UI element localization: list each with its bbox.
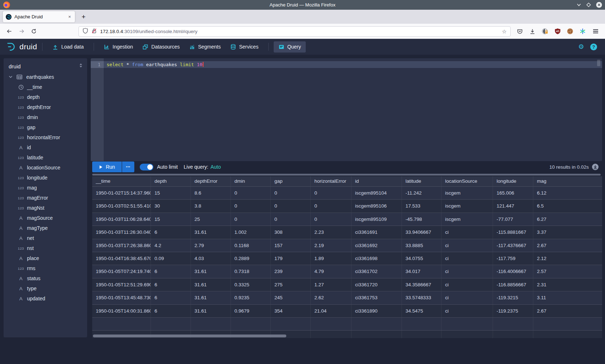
navbar-item-query[interactable]: Query <box>274 41 306 53</box>
double-caret-icon[interactable] <box>79 63 83 69</box>
window-shade-button[interactable] <box>577 3 581 7</box>
tree-column-gap[interactable]: 123gap <box>4 122 87 132</box>
table-cell[interactable]: 15 <box>151 187 191 199</box>
table-cell[interactable]: 0.2889 <box>231 252 271 265</box>
tree-column-updated[interactable]: Aupdated <box>4 294 87 304</box>
table-cell[interactable]: 31.61 <box>191 305 231 317</box>
results-column-header[interactable]: locationSource <box>442 176 493 186</box>
table-cell[interactable]: 1950-01-05T07:24:19.740Z <box>92 265 151 278</box>
table-cell[interactable]: 1950-01-05T14:00:31.860Z <box>92 305 151 317</box>
table-cell[interactable]: 0 <box>311 200 351 212</box>
table-cell[interactable]: 21.04 <box>311 305 351 317</box>
shield-icon[interactable] <box>82 28 88 35</box>
tree-column-place[interactable]: Aplace <box>4 253 87 263</box>
table-cell[interactable]: 308 <box>271 226 311 238</box>
table-cell[interactable]: 2.62 <box>311 291 351 304</box>
browser-tab[interactable]: Apache Druid × <box>3 11 75 22</box>
table-cell[interactable]: 1950-01-03T17:26:38.860Z <box>92 239 151 252</box>
table-cell[interactable]: 157 <box>271 239 311 252</box>
table-cell[interactable]: -119.3215 <box>493 291 533 304</box>
table-cell[interactable]: 6 <box>151 265 191 278</box>
table-cell[interactable]: 33.9406667 <box>402 226 442 238</box>
table-cell[interactable]: iscgem895109 <box>351 213 402 226</box>
table-cell[interactable]: -115.8881667 <box>493 226 533 238</box>
results-column-header[interactable]: mag <box>533 176 602 186</box>
bookmark-star-icon[interactable]: ☆ <box>502 28 507 35</box>
table-cell[interactable]: ci3361692 <box>351 239 402 252</box>
table-cell[interactable]: 1.27 <box>311 278 351 291</box>
table-cell[interactable]: 1950-01-05T12:51:29.690Z <box>92 278 151 291</box>
table-cell[interactable]: 34.3586667 <box>402 278 442 291</box>
tree-column-nst[interactable]: 123nst <box>4 243 87 253</box>
table-cell[interactable]: 34.5475 <box>402 305 442 317</box>
table-cell[interactable]: 33.8885 <box>402 239 442 252</box>
table-cell[interactable]: 0.9679 <box>231 305 271 317</box>
table-cell[interactable]: ci <box>442 226 493 238</box>
table-cell[interactable]: ci <box>442 265 493 278</box>
table-cell[interactable]: -117.4376667 <box>493 239 533 252</box>
forward-icon[interactable] <box>17 26 27 36</box>
results-column-header[interactable]: __time <box>92 176 151 186</box>
menu-icon[interactable] <box>591 27 600 36</box>
table-cell[interactable]: 0 <box>311 187 351 199</box>
table-cell[interactable]: 179 <box>271 252 311 265</box>
url-bar[interactable]: 172.18.0.4:30109/unified-console.html#qu… <box>79 26 511 37</box>
table-cell[interactable]: -117.759 <box>493 252 533 265</box>
table-cell[interactable]: 4.79 <box>311 265 351 278</box>
tree-column-magSource[interactable]: AmagSource <box>4 213 87 223</box>
navbar-item-ingestion[interactable]: Ingestion <box>99 41 138 53</box>
table-cell[interactable]: 31.61 <box>191 226 231 238</box>
table-cell[interactable]: 121.447 <box>493 200 533 212</box>
table-cell[interactable]: 6.27 <box>533 213 602 226</box>
navbar-item-load-data[interactable]: Load data <box>48 41 88 53</box>
table-cell[interactable]: 2.79 <box>191 239 231 252</box>
table-cell[interactable]: 0.09 <box>151 252 191 265</box>
table-cell[interactable]: 0 <box>271 200 311 212</box>
table-cell[interactable]: -11.242 <box>402 187 442 199</box>
table-cell[interactable]: ci3361753 <box>351 291 402 304</box>
table-cell[interactable]: 0.7318 <box>231 265 271 278</box>
table-cell[interactable]: 31.61 <box>191 265 231 278</box>
reload-icon[interactable] <box>29 26 39 36</box>
table-cell[interactable]: 8.6 <box>191 187 231 199</box>
run-button[interactable]: Run <box>92 161 122 172</box>
table-cell[interactable]: 2.31 <box>533 278 602 291</box>
table-cell[interactable]: 6 <box>151 226 191 238</box>
table-cell[interactable]: 3.11 <box>533 291 602 304</box>
results-column-header[interactable]: longitude <box>493 176 533 186</box>
tree-column-magError[interactable]: 123magError <box>4 193 87 203</box>
table-cell[interactable]: 31.61 <box>191 278 231 291</box>
download-results-icon[interactable] <box>592 164 599 170</box>
help-icon[interactable]: ? <box>590 44 597 50</box>
table-cell[interactable]: 6.5 <box>533 200 602 212</box>
table-cell[interactable]: ci3361720 <box>351 278 402 291</box>
table-cell[interactable]: -119.2375 <box>493 305 533 317</box>
table-cell[interactable]: 165.006 <box>493 187 533 199</box>
cookie-icon[interactable] <box>565 27 575 36</box>
table-cell[interactable]: 15 <box>151 213 191 226</box>
window-maximize-button[interactable] <box>586 3 591 7</box>
table-cell[interactable]: 2.12 <box>533 252 602 265</box>
table-cell[interactable]: 4.2 <box>151 239 191 252</box>
druid-logo-icon[interactable]: druid <box>6 42 37 52</box>
table-cell[interactable]: 6 <box>151 305 191 317</box>
table-cell[interactable]: 0 <box>271 187 311 199</box>
panel-resize-handle[interactable] <box>92 174 601 176</box>
results-column-header[interactable]: depth <box>151 176 191 186</box>
horizontal-scrollbar-thumb[interactable] <box>93 335 286 337</box>
results-column-header[interactable]: depthError <box>191 176 231 186</box>
table-cell[interactable]: 0 <box>271 213 311 226</box>
results-column-header[interactable]: gap <box>271 176 311 186</box>
table-cell[interactable]: iscgem <box>442 213 493 226</box>
table-cell[interactable]: 0 <box>231 200 271 212</box>
tree-column-status[interactable]: Astatus <box>4 273 87 283</box>
table-cell[interactable]: 3.37 <box>533 226 602 238</box>
table-cell[interactable]: -116.8856667 <box>493 278 533 291</box>
table-cell[interactable]: -77.077 <box>493 213 533 226</box>
tree-column-mag[interactable]: 123mag <box>4 183 87 193</box>
tree-column-depth[interactable]: 123depth <box>4 92 87 102</box>
table-cell[interactable]: -116.4006667 <box>493 265 533 278</box>
back-icon[interactable] <box>4 26 14 36</box>
pocket-icon[interactable] <box>515 27 524 36</box>
table-cell[interactable]: 6 <box>151 291 191 304</box>
